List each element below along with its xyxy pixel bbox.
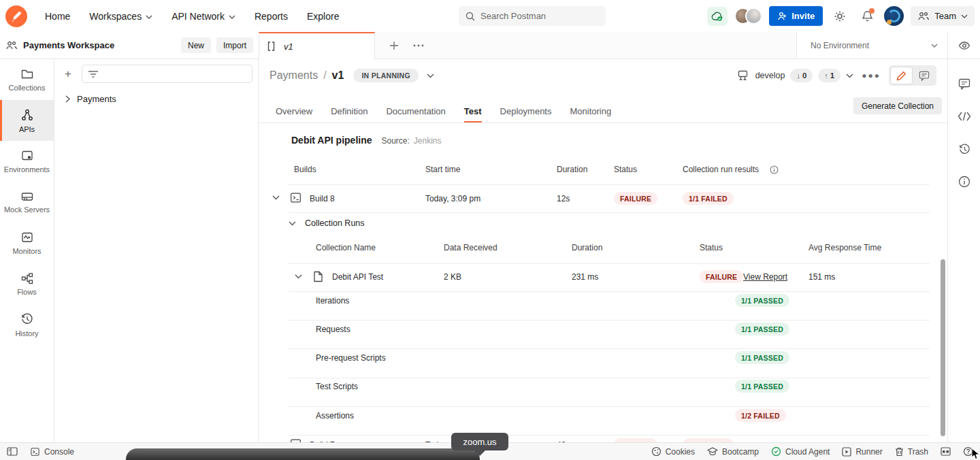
status-badge[interactable]: IN PLANNING: [353, 69, 419, 82]
graduation-cap-icon: [707, 447, 718, 456]
bootcamp-button[interactable]: Bootcamp: [707, 447, 759, 457]
filter-input[interactable]: [82, 65, 252, 83]
invite-label: Invite: [791, 11, 815, 21]
info-panel-button[interactable]: [948, 165, 980, 198]
nav-reports[interactable]: Reports: [245, 0, 297, 32]
tab-deployments[interactable]: Deployments: [500, 99, 552, 122]
scrollbar-track[interactable]: [940, 125, 947, 442]
divider: [289, 263, 930, 264]
sidebar-item-label: APIs: [19, 125, 35, 133]
filter-icon: [88, 70, 99, 78]
nav-explore[interactable]: Explore: [297, 0, 348, 32]
postman-logo-icon[interactable]: [5, 5, 27, 27]
check-circle-icon: [771, 446, 781, 457]
more-options-button[interactable]: ●●●: [862, 71, 881, 80]
cookies-label: Cookies: [666, 447, 695, 457]
divider: [289, 406, 930, 407]
breadcrumb-version[interactable]: v1: [332, 69, 344, 82]
split-panes-button[interactable]: [941, 447, 951, 456]
chevron-down-icon[interactable]: [846, 73, 853, 78]
collection-runs-label: Collection Runs: [305, 218, 365, 228]
run-data: 2 KB: [444, 272, 461, 282]
settings-button[interactable]: [830, 6, 850, 27]
history-icon: [958, 143, 971, 156]
sidebar-item-payments-api[interactable]: Payments: [54, 87, 258, 111]
invite-button[interactable]: Invite: [769, 6, 823, 26]
pull-changes-pill[interactable]: ↓0: [790, 69, 813, 82]
tab-v1[interactable]: v1: [259, 32, 375, 59]
console-button[interactable]: Console: [30, 447, 74, 457]
sidebar-item-flows[interactable]: Flows: [0, 263, 54, 304]
collaborator-avatars[interactable]: [734, 7, 762, 24]
comment-mode-button[interactable]: [913, 67, 935, 84]
info-icon[interactable]: [770, 165, 779, 174]
add-api-button[interactable]: +: [60, 66, 76, 82]
workspace-title[interactable]: Payments Workspace: [23, 40, 176, 50]
scrollbar-thumb[interactable]: [941, 259, 945, 436]
pipeline-header: Debit API pipeline Source: Jenkins: [291, 135, 442, 146]
sidebar-item-mock-servers[interactable]: Mock Servers: [0, 182, 54, 223]
profile-avatar[interactable]: [884, 6, 904, 26]
sidebar-item-monitors[interactable]: Monitors: [0, 223, 54, 263]
import-button[interactable]: Import: [216, 37, 253, 53]
notifications-button[interactable]: [857, 6, 877, 27]
cloud-agent-button[interactable]: Cloud Agent: [771, 446, 830, 457]
chevron-down-icon[interactable]: [295, 274, 302, 279]
nav-api-network[interactable]: API Network: [162, 0, 245, 32]
apis-icon: [20, 108, 34, 122]
background-window-edge: [126, 448, 480, 460]
sidebar-item-label: Monitors: [12, 247, 41, 255]
new-button[interactable]: New: [181, 37, 211, 53]
environment-quick-look[interactable]: [947, 32, 980, 59]
nav-home[interactable]: Home: [35, 0, 80, 32]
chevron-down-icon: [289, 221, 296, 226]
tab-monitoring[interactable]: Monitoring: [570, 99, 611, 122]
chevron-down-icon[interactable]: [427, 73, 434, 78]
tab-options-button[interactable]: [409, 32, 428, 59]
trash-button[interactable]: Trash: [895, 447, 928, 457]
workspace-bar: Payments Workspace New Import: [0, 32, 259, 59]
tab-overview[interactable]: Overview: [276, 99, 312, 122]
eye-icon: [958, 41, 970, 50]
edit-mode-button[interactable]: [890, 67, 913, 84]
detail-label: Pre-request Scripts: [316, 353, 386, 363]
build-name: Build 8: [310, 194, 335, 203]
environment-selector[interactable]: No Environment: [796, 32, 947, 59]
workspace-people-icon: [5, 41, 18, 50]
team-label: Team: [934, 11, 956, 21]
sidebar-item-history[interactable]: History: [0, 304, 54, 345]
comments-panel-button[interactable]: [948, 67, 980, 100]
sidebar-item-label: History: [15, 329, 38, 338]
topnav-right-cluster: Invite Team: [707, 0, 975, 32]
code-panel-button[interactable]: [948, 100, 980, 133]
chevron-down-icon[interactable]: [272, 195, 280, 200]
sidebar-item-environments[interactable]: Environments: [0, 141, 54, 182]
nav-api-network-label: API Network: [172, 11, 225, 22]
push-changes-pill[interactable]: ↑1: [818, 69, 840, 82]
sync-status-icon[interactable]: [707, 7, 728, 26]
search-input[interactable]: Search Postman: [459, 6, 606, 26]
breadcrumb-api[interactable]: Payments: [270, 69, 318, 82]
build-duration: 12s: [557, 194, 570, 203]
tab-documentation[interactable]: Documentation: [386, 99, 445, 122]
mouse-cursor: [971, 448, 980, 460]
branch-controls: develop ↓0 ↑1 ●●●: [737, 65, 936, 86]
col-run-duration: Duration: [572, 243, 602, 252]
team-menu-button[interactable]: Team: [911, 6, 975, 26]
branch-name[interactable]: develop: [755, 71, 785, 80]
sidebar-item-collections[interactable]: Collections: [0, 59, 54, 100]
tab-definition[interactable]: Definition: [331, 99, 368, 122]
changelog-panel-button[interactable]: [948, 133, 980, 165]
run-name: Debit API Test: [332, 272, 383, 282]
sidebar-item-apis[interactable]: APIs: [0, 100, 54, 141]
nav-workspaces[interactable]: Workspaces: [80, 0, 162, 32]
sidebar-toggle-button[interactable]: [7, 447, 18, 456]
avatar: [745, 7, 762, 24]
tab-test[interactable]: Test: [464, 99, 482, 122]
runner-button[interactable]: Runner: [842, 447, 882, 457]
generate-collection-button[interactable]: Generate Collection: [853, 97, 942, 114]
view-report-link[interactable]: View Report: [743, 272, 787, 282]
monitors-icon: [20, 231, 34, 244]
new-tab-button[interactable]: [385, 32, 404, 59]
cookies-button[interactable]: Cookies: [651, 446, 695, 457]
